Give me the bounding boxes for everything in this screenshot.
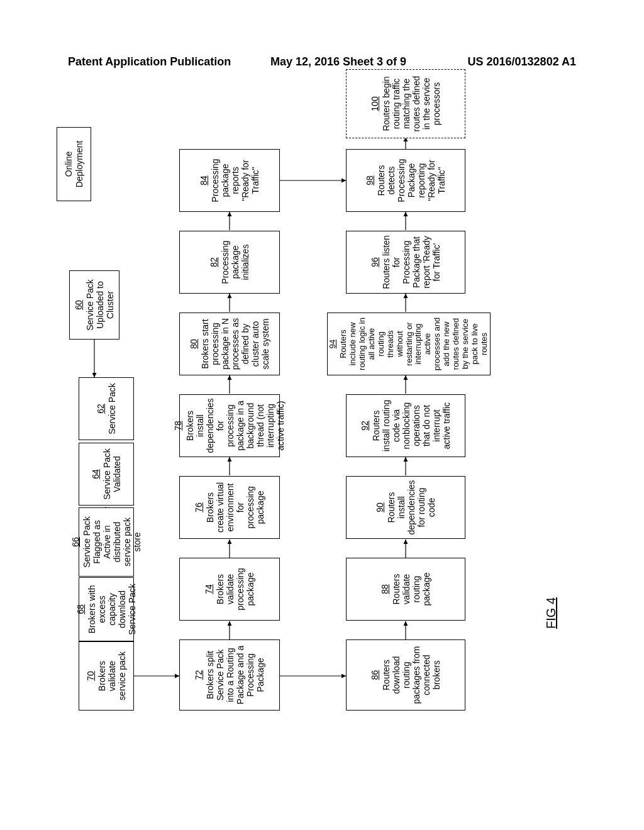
- text-72: Brokers split Service Pack into a Routin…: [205, 644, 266, 706]
- text-98: Routers detects Processing Package repor…: [376, 153, 447, 208]
- num-96: 96: [370, 257, 380, 267]
- box-68: 68 Brokers with excess capacity download…: [79, 577, 134, 641]
- num-98: 98: [365, 175, 375, 185]
- num-100: 100: [370, 96, 380, 111]
- text-64: Service Pack Validated: [102, 447, 122, 501]
- figure-label: FIG 4: [544, 597, 558, 629]
- box-96: 96 Routers listen for Processing Package…: [346, 231, 465, 294]
- box-100: 100 Routers begin routing traffic matchi…: [346, 69, 465, 138]
- text-68: Brokers with excess capacity download Se…: [87, 582, 137, 637]
- num-88: 88: [380, 584, 390, 594]
- num-76: 76: [194, 502, 204, 512]
- text-100: Routers begin routing traffic matching t…: [381, 74, 442, 134]
- box-60: 60 Service Pack Uploaded to Cluster: [69, 270, 119, 340]
- text-82: Processing package initializes: [220, 235, 250, 289]
- text-62: Service Pack: [107, 383, 117, 434]
- text-60: Service Pack Uploaded to Cluster: [85, 275, 115, 335]
- num-90: 90: [375, 502, 385, 512]
- num-86: 86: [370, 670, 380, 680]
- box-62: 62 Service Pack: [79, 377, 134, 440]
- num-60: 60: [74, 300, 84, 310]
- num-74: 74: [204, 584, 214, 594]
- num-82: 82: [209, 257, 219, 267]
- num-66: 66: [70, 537, 80, 547]
- box-90: 90 Routers install dependencies for rout…: [346, 476, 465, 539]
- num-68: 68: [75, 604, 86, 614]
- box-98: 98 Routers detects Processing Package re…: [346, 149, 465, 212]
- text-88: Routers validate routing package: [391, 562, 431, 616]
- text-96: Routers listen for Processing Package th…: [381, 235, 442, 289]
- text-92: Routers install routing code via nonbloc…: [371, 399, 452, 453]
- text-76: Brokers create virtual environment for p…: [205, 480, 266, 534]
- box-86: 86 Routers download routing packages fro…: [346, 639, 465, 711]
- box-online-deployment: Online Deployment: [57, 127, 91, 201]
- box-94: 94 Routers include new routing logic in …: [327, 313, 491, 375]
- box-66: 66 Service Pack Flagged as Active in dis…: [79, 507, 134, 577]
- num-62: 62: [96, 404, 106, 414]
- header-center: May 12, 2016 Sheet 3 of 9: [270, 55, 406, 69]
- num-94: 94: [328, 340, 338, 348]
- num-80: 80: [189, 339, 199, 349]
- text-94: Routers include new routing logic in all…: [339, 317, 489, 371]
- num-70: 70: [86, 671, 96, 681]
- header-left: Patent Application Publication: [68, 55, 231, 69]
- num-72: 72: [194, 670, 204, 680]
- box-80: 80 Brokers start processing package in N…: [179, 313, 280, 375]
- box-88: 88 Routers validate routing package: [346, 558, 465, 621]
- text-84: Processing package reports "Ready for Tr…: [210, 153, 260, 208]
- box-92: 92 Routers install routing code via nonb…: [346, 394, 465, 457]
- text-70: Brokers validate service pack: [97, 646, 127, 706]
- flowchart-diagram: Online Deployment 60 Service Pack Upload…: [57, 119, 587, 717]
- figure-sheet: Online Deployment 60 Service Pack Upload…: [57, 119, 587, 717]
- text-86: Routers download routing packages from c…: [381, 644, 442, 706]
- num-64: 64: [91, 469, 101, 479]
- text-74: Brokers validate processing package: [215, 562, 255, 616]
- box-76: 76 Brokers create virtual environment fo…: [179, 476, 280, 539]
- header-right: US 2016/0132802 A1: [468, 55, 576, 69]
- text-online-deployment: Online Deployment: [64, 131, 84, 197]
- box-64: 64 Service Pack Validated: [79, 443, 134, 506]
- box-72: 72 Brokers split Service Pack into a Rou…: [179, 639, 280, 711]
- box-74: 74 Brokers validate processing package: [179, 558, 280, 621]
- text-80: Brokers start processing package in N pr…: [200, 317, 271, 371]
- box-70: 70 Brokers validate service pack: [79, 641, 134, 711]
- text-66: Service Pack Flagged as Active in distri…: [82, 512, 143, 572]
- box-84: 84 Processing package reports "Ready for…: [179, 149, 280, 212]
- box-82: 82 Processing package initializes: [179, 231, 280, 294]
- box-78: 78 Brokers install dependencies for proc…: [179, 394, 280, 457]
- text-78: Brokers install dependencies for process…: [185, 398, 286, 453]
- num-84: 84: [199, 175, 209, 185]
- text-90: Routers install dependencies for routing…: [386, 480, 436, 534]
- num-92: 92: [360, 421, 370, 431]
- num-78: 78: [173, 421, 183, 431]
